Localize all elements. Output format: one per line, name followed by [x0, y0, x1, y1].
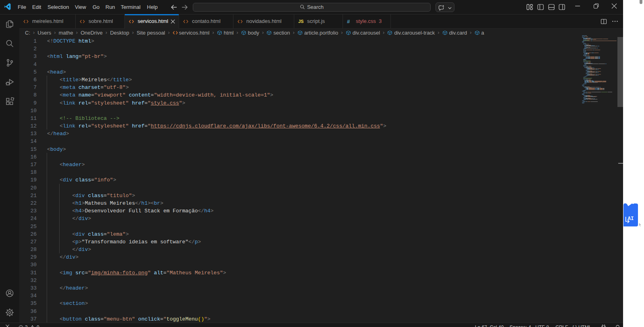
svg-text:AI: AI: [628, 216, 634, 222]
